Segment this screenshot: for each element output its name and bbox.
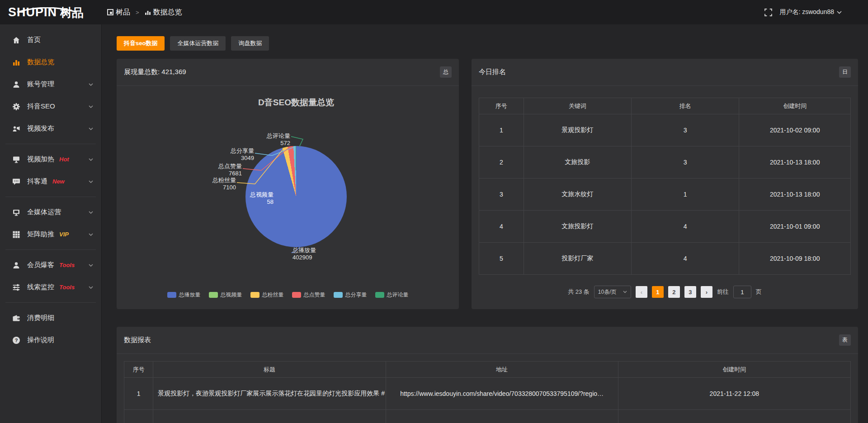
sidebar: 首页 数据总览 账号管理 抖音SEO 视频发布 xyxy=(0,24,102,423)
legend-swatch xyxy=(375,292,384,298)
goto-suffix: 页 xyxy=(756,288,762,296)
sidebar-item-label: 首页 xyxy=(27,36,41,44)
goto-label: 前往 xyxy=(717,288,729,296)
sidebar-item-label: 操作说明 xyxy=(27,336,54,344)
chevron-down-icon xyxy=(89,127,93,130)
tab-omnimedia-data[interactable]: 全媒体运营数据 xyxy=(170,36,226,51)
legend-item[interactable]: 总点赞量 xyxy=(292,291,326,299)
sidebar-divider xyxy=(5,302,96,303)
table-header-row: 序号 关键词 排名 创建时间 xyxy=(479,98,851,114)
sidebar-item-omnimedia[interactable]: 全媒体运营 xyxy=(0,201,101,223)
video-publish-icon xyxy=(12,125,20,133)
sidebar-item-label: 消费明细 xyxy=(27,314,54,322)
table-row: 3文旅水纹灯12021-10-13 18:00 xyxy=(479,179,851,211)
tools-tag: Tools xyxy=(59,262,75,268)
col-no: 序号 xyxy=(479,98,524,114)
col-time: 创建时间 xyxy=(739,98,851,114)
total-badge: 总 xyxy=(440,66,452,78)
header-right: 用户名: zswodun88 xyxy=(764,8,842,16)
pie-label-videos: 总视频量58 xyxy=(236,191,274,206)
sidebar-item-label: 抖客通 xyxy=(27,177,47,186)
chevron-down-icon xyxy=(89,158,93,161)
overview-panel-header: 展现量总数: 421,369 总 xyxy=(117,59,459,86)
report-title: 数据报表 xyxy=(124,336,151,344)
hot-tag: Hot xyxy=(59,156,69,163)
page-button-3[interactable]: 3 xyxy=(684,286,696,298)
col-rank: 排名 xyxy=(632,98,739,114)
goto-page-input[interactable] xyxy=(733,286,751,298)
prev-page-button[interactable]: ‹ xyxy=(636,286,647,298)
sidebar-item-member-tools[interactable]: 会员爆客 Tools xyxy=(0,254,101,276)
legend-swatch xyxy=(209,292,218,298)
report-panel: 数据报表 表 序号 标题 地址 创建时间 1 景观投影灯，夜游景观投影灯 xyxy=(117,327,858,423)
pie-label-fans: 总粉丝量7100 xyxy=(198,177,236,192)
table-row xyxy=(124,410,851,423)
col-no: 序号 xyxy=(124,362,153,378)
sidebar-item-video-heat[interactable]: 视频加热 Hot xyxy=(0,148,101,170)
sidebar-item-label: 线索监控 xyxy=(27,283,54,291)
chevron-down-icon xyxy=(89,264,93,267)
data-tabs: 抖音seo数据 全媒体运营数据 询盘数据 xyxy=(117,36,868,51)
sidebar-item-home[interactable]: 首页 xyxy=(0,29,101,51)
legend-item[interactable]: 总视频量 xyxy=(209,291,242,299)
breadcrumb: 树品 > 数据总览 xyxy=(107,8,182,17)
sidebar-item-data-overview[interactable]: 数据总览 xyxy=(0,51,101,73)
sidebar-item-spend-detail[interactable]: 消费明细 xyxy=(0,307,101,329)
chart-legend: 总播放量 总视频量 总粉丝量 总点赞量 总分享量 总评论量 xyxy=(167,291,409,299)
table-row: 4文旅投影灯42021-10-01 09:00 xyxy=(479,211,851,243)
ranking-title: 今日排名 xyxy=(479,68,506,76)
legend-item[interactable]: 总粉丝量 xyxy=(250,291,284,299)
sidebar-item-account[interactable]: 账号管理 xyxy=(0,73,101,95)
sidebar-item-doukertong[interactable]: 抖客通 New xyxy=(0,170,101,193)
sidebar-divider xyxy=(5,144,96,144)
legend-swatch xyxy=(250,292,259,298)
chat-icon xyxy=(12,178,20,186)
svg-text:?: ? xyxy=(15,338,18,343)
chevron-down-icon xyxy=(89,105,93,108)
sliders-icon xyxy=(12,283,20,291)
sidebar-item-help[interactable]: ? 操作说明 xyxy=(0,329,101,351)
legend-item[interactable]: 总播放量 xyxy=(167,291,201,299)
col-title: 标题 xyxy=(153,362,386,378)
ranking-panel: 今日排名 日 序号 关键词 排名 创建时间 xyxy=(472,59,858,309)
breadcrumb-root[interactable]: 树品 xyxy=(116,8,130,17)
top-header: SHUPIN 树品 树品 > 数据总览 用户名: zswodun88 xyxy=(0,0,868,24)
next-page-button[interactable]: › xyxy=(701,286,712,298)
pie-label-plays: 总播放量402909 xyxy=(292,247,333,262)
vip-tag: VIP xyxy=(59,231,69,238)
page-button-1[interactable]: 1 xyxy=(652,286,664,298)
total-count: 共 23 条 xyxy=(568,288,590,296)
page-button-2[interactable]: 2 xyxy=(668,286,680,298)
table-row: 2文旅投影32021-10-13 18:00 xyxy=(479,146,851,179)
page-size-select[interactable]: 10条/页 xyxy=(594,286,631,298)
tab-douyin-seo-data[interactable]: 抖音seo数据 xyxy=(117,36,165,51)
col-keyword: 关键词 xyxy=(524,98,631,114)
chevron-down-icon xyxy=(89,180,93,183)
screen-icon xyxy=(12,208,20,216)
sidebar-item-video-publish[interactable]: 视频发布 xyxy=(0,118,101,140)
user-menu[interactable]: 用户名: zswodun88 xyxy=(779,8,842,16)
sidebar-item-matrix-boost[interactable]: 矩阵助推 VIP xyxy=(0,223,101,245)
sidebar-item-douyin-seo[interactable]: 抖音SEO xyxy=(0,95,101,118)
logo-arc xyxy=(15,7,79,13)
tools-tag: Tools xyxy=(59,284,75,291)
user-icon xyxy=(12,80,20,89)
chevron-down-icon xyxy=(89,286,93,289)
gear-icon xyxy=(12,103,20,111)
tab-inquiry-data[interactable]: 询盘数据 xyxy=(231,36,269,51)
app-logo: SHUPIN 树品 xyxy=(0,6,102,19)
pagination: 共 23 条 10条/页 ‹ 1 2 3 › 前往 页 xyxy=(479,286,851,298)
fullscreen-icon[interactable] xyxy=(764,9,772,16)
sidebar-item-label: 全媒体运营 xyxy=(27,208,61,216)
report-panel-header: 数据报表 表 xyxy=(117,327,858,354)
legend-item[interactable]: 总评论量 xyxy=(375,291,409,299)
bar-chart-icon xyxy=(12,58,20,66)
legend-item[interactable]: 总分享量 xyxy=(334,291,367,299)
col-time: 创建时间 xyxy=(618,362,850,378)
member-icon xyxy=(12,261,20,269)
table-header-row: 序号 标题 地址 创建时间 xyxy=(124,362,851,378)
overview-panel: 展现量总数: 421,369 总 D音SEO数据量总览 总评论量572 xyxy=(117,59,459,309)
sidebar-item-lead-monitor[interactable]: 线索监控 Tools xyxy=(0,276,101,298)
video-link[interactable]: https://www.iesdouyin.com/share/video/70… xyxy=(386,378,618,410)
pie-label-comments: 总评论量572 xyxy=(252,132,290,147)
